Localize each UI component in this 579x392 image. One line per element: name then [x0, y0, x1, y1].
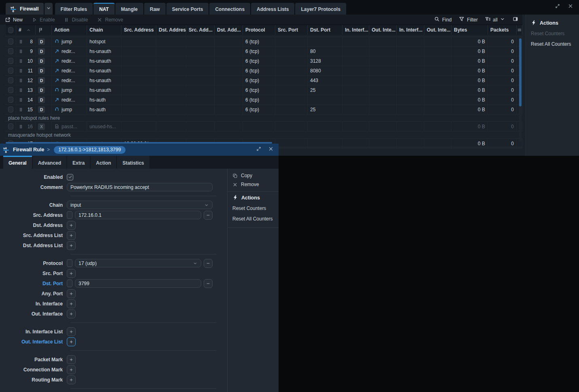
comment-row[interactable]: masquerade hotspot network	[6, 131, 522, 139]
column-header-in-interf[interactable]: In. Interf...	[343, 25, 369, 35]
filter-button[interactable]: Filter	[459, 16, 478, 23]
drag-handle-icon[interactable]	[19, 88, 23, 93]
column-header-in-interf[interactable]: In. Interf...	[397, 25, 424, 35]
drag-handle-icon[interactable]	[19, 39, 23, 44]
enabled-checkbox[interactable]	[67, 174, 73, 180]
table-row[interactable]: 11Dredir...hs-unauth6 (tcp)80800 B0	[6, 66, 522, 76]
row-checkbox[interactable]	[8, 97, 13, 103]
row-checkbox[interactable]	[8, 106, 13, 112]
column-header-chain[interactable]: Chain	[87, 25, 121, 35]
row-checkbox[interactable]	[8, 38, 13, 44]
find-button[interactable]: Find	[434, 16, 451, 23]
routing-mark-add-button[interactable]	[67, 375, 76, 384]
table-row[interactable]: 10Dredir...hs-unauth6 (tcp)31280 B0	[6, 56, 522, 66]
in-interface-add-button[interactable]	[67, 299, 76, 308]
column-header-dst-add[interactable]: Dst. Add...	[215, 25, 243, 35]
disable-button[interactable]: Disable	[64, 17, 88, 23]
src-address-remove-button[interactable]	[204, 211, 213, 220]
column-header-out-inte[interactable]: Out. Inte...	[369, 25, 397, 35]
comment-field[interactable]	[67, 183, 213, 191]
column-header-dst-address[interactable]: Dst. Address	[156, 25, 186, 35]
close-button[interactable]	[568, 3, 573, 11]
dst-address-add-button[interactable]	[67, 221, 76, 230]
table-row[interactable]: 13Djumphs-unauth6 (tcp)250 B0	[6, 85, 522, 95]
new-button[interactable]: New	[5, 17, 23, 23]
drag-handle-icon[interactable]	[19, 107, 23, 112]
maximize-button[interactable]	[555, 3, 560, 11]
packet-mark-add-button[interactable]	[67, 355, 76, 364]
window-tab-firewall[interactable]: v46 Firewall	[6, 3, 44, 15]
chain-select[interactable]: input	[67, 201, 213, 209]
tab-address-lists[interactable]: Address Lists	[251, 3, 294, 15]
tab-mangle[interactable]: Mangle	[115, 3, 143, 15]
enable-button[interactable]: Enable	[32, 17, 55, 23]
row-checkbox[interactable]	[8, 48, 13, 54]
src-port-add-button[interactable]	[67, 269, 76, 278]
drag-handle-icon[interactable]	[19, 97, 23, 102]
connection-mark-add-button[interactable]	[67, 365, 76, 374]
dst-port-remove-button[interactable]	[204, 279, 213, 288]
reset-counters-menu-item[interactable]: Reset Counters	[228, 204, 279, 213]
tab-raw[interactable]: Raw	[144, 3, 166, 15]
src-address-field[interactable]	[75, 211, 201, 219]
column-header-src-address[interactable]: Src. Address	[121, 25, 156, 35]
columns-toggle-button[interactable]	[513, 16, 518, 23]
drag-handle-icon[interactable]	[19, 78, 23, 83]
table-row[interactable]: 12Dredir...hs-unauth6 (tcp)4430 B0	[6, 76, 522, 85]
column-menu-button[interactable]	[517, 25, 522, 35]
table-row[interactable]: 14Dredir...hs-auth6 (tcp)0 B0	[6, 95, 522, 105]
src-address-list-add-button[interactable]	[67, 231, 76, 240]
column-header-action[interactable]: Action	[52, 25, 87, 35]
tab-connections[interactable]: Connections	[209, 3, 250, 15]
copy-menu-item[interactable]: Copy	[228, 171, 279, 180]
column-header-packets[interactable]: Packets	[488, 25, 517, 35]
dst-port-negate-checkbox[interactable]	[67, 280, 72, 287]
table-row[interactable]: 15Djumphs-auth6 (tcp)250 B0	[6, 105, 522, 114]
remove-menu-item[interactable]: Remove	[228, 180, 279, 189]
table-row[interactable]: 8Djumphotspot6 (tcp)0 B0	[6, 37, 522, 47]
tab-layer7-protocols[interactable]: Layer7 Protocols	[295, 3, 346, 15]
row-checkbox[interactable]	[8, 77, 13, 83]
table-row[interactable]: 9Dredir...hs-unauth6 (tcp)800 B0	[6, 47, 522, 56]
any-port-add-button[interactable]	[67, 289, 76, 298]
dialog-maximize-button[interactable]	[256, 146, 262, 153]
protocol-select[interactable]: 17 (udp)	[75, 259, 201, 267]
reset-all-counters-button[interactable]: Reset All Counters	[531, 40, 579, 49]
row-checkbox[interactable]	[8, 68, 13, 74]
checkbox[interactable]	[8, 27, 13, 33]
tab-filter-rules[interactable]: Filter Rules	[55, 3, 93, 15]
drag-handle-icon[interactable]	[19, 49, 23, 54]
window-menu-button[interactable]	[45, 3, 53, 15]
out-interface-list-add-button[interactable]	[67, 337, 76, 346]
column-header-flags[interactable]	[36, 25, 52, 35]
dialog-tab-action[interactable]: Action	[91, 156, 116, 169]
row-checkbox[interactable]	[8, 58, 13, 64]
dialog-tab-statistics[interactable]: Statistics	[117, 156, 149, 169]
drag-handle-icon[interactable]	[19, 68, 23, 73]
column-header-protocol[interactable]: Protocol	[243, 25, 275, 35]
tab-nat[interactable]: NAT	[94, 3, 115, 15]
dialog-tab-general[interactable]: General	[3, 156, 32, 169]
out-interface-add-button[interactable]	[67, 309, 76, 318]
column-header-src-add[interactable]: Src. Add...	[186, 25, 215, 35]
column-header-dst-port[interactable]: Dst. Port	[308, 25, 343, 35]
column-header-src-port[interactable]: Src. Port	[275, 25, 308, 35]
reset-counters-button[interactable]: Reset Counters	[531, 29, 579, 38]
remove-button[interactable]: Remove	[97, 17, 123, 23]
protocol-remove-button[interactable]	[204, 259, 213, 268]
quick-filter-dropdown[interactable]: all	[485, 16, 505, 23]
tab-service-ports[interactable]: Service Ports	[166, 3, 209, 15]
dialog-tab-extra[interactable]: Extra	[67, 156, 90, 169]
dialog-close-button[interactable]	[268, 146, 274, 153]
vertical-scrollbar-thumb[interactable]	[519, 38, 522, 106]
dst-port-field[interactable]	[75, 279, 201, 288]
comment-row[interactable]: place hotspot rules here	[6, 114, 522, 122]
row-checkbox[interactable]	[8, 87, 13, 93]
dst-address-list-add-button[interactable]	[67, 241, 76, 250]
drag-handle-icon[interactable]	[19, 124, 23, 129]
reset-all-counters-menu-item[interactable]: Reset All Counters	[228, 214, 279, 223]
src-address-negate-checkbox[interactable]	[67, 211, 72, 219]
in-interface-list-add-button[interactable]	[67, 327, 76, 336]
select-all-checkbox[interactable]	[6, 25, 16, 35]
dialog-tab-advanced[interactable]: Advanced	[33, 156, 66, 169]
